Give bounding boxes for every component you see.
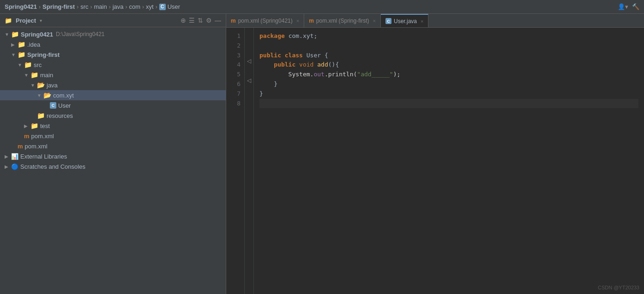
arrow-test: ▶	[24, 123, 30, 129]
breadcrumb-com[interactable]: com	[129, 3, 141, 10]
code-line-6: }	[259, 80, 638, 89]
label-idea: .idea	[27, 41, 40, 48]
gutter-3	[245, 47, 253, 57]
add-icon[interactable]: ⊕	[181, 17, 186, 24]
code-line-8	[259, 99, 638, 109]
tab-close-user-java[interactable]: ×	[421, 18, 423, 24]
folder-idea-icon: 📁	[18, 41, 25, 48]
label-ext-libs: External Libraries	[20, 153, 67, 160]
label-main: main	[40, 72, 53, 79]
tab-label-user-java: User.java	[394, 18, 417, 24]
hammer-icon[interactable]: 🔨	[632, 3, 639, 10]
collapse-icon[interactable]: ⇅	[198, 17, 203, 24]
maven-tab-icon-2: m	[309, 18, 314, 24]
arrow-main: ▼	[24, 73, 30, 78]
arrow-ext-libs: ▶	[5, 154, 11, 159]
minimize-icon[interactable]: —	[215, 17, 221, 24]
tree-item-ext-libs[interactable]: ▶ 📊 External Libraries	[0, 151, 226, 161]
gutter-8	[245, 95, 253, 105]
label-scratches: Scratches and Consoles	[20, 163, 85, 170]
breadcrumb-main[interactable]: main	[94, 3, 107, 10]
breadcrumb-spring-first[interactable]: Spring-first	[42, 3, 75, 10]
sep5: ›	[126, 4, 127, 10]
sidebar-title: Project	[16, 17, 36, 24]
list-icon[interactable]: ☰	[189, 17, 195, 24]
tree-item-main[interactable]: ▼ 📁 main	[0, 70, 226, 80]
profile-icon[interactable]: 👤▾	[618, 3, 628, 10]
tab-close-pom-spring0421[interactable]: ×	[296, 18, 299, 24]
line-num-8: 8	[228, 99, 241, 109]
sidebar-tree: ▼ 📁 Spring0421 D:\Java\Spring0421 ▶ 📁 .i…	[0, 27, 226, 294]
arrow-com-xyt: ▼	[37, 93, 43, 98]
tree-item-user[interactable]: C User	[0, 100, 226, 110]
code-line-1: package com.xyt;	[259, 31, 638, 41]
code-area: 1 2 3 4 5 6 7 8 ◁ ◁ package com.xyt;	[226, 28, 644, 294]
tree-item-test[interactable]: ▶ 📁 test	[0, 121, 226, 131]
line-num-7: 7	[228, 89, 241, 99]
tree-item-src[interactable]: ▼ 📁 src	[0, 60, 226, 70]
folder-java-icon: 📂	[37, 81, 45, 89]
line-num-5: 5	[228, 70, 241, 80]
label-pom-root: pom.xml	[25, 143, 48, 150]
folder-test-icon: 📁	[30, 122, 38, 129]
breadcrumb-xyt[interactable]: xyt	[146, 3, 154, 10]
code-line-3: public class User {	[259, 51, 638, 61]
tree-item-resources[interactable]: 📁 resources	[0, 110, 226, 121]
main-layout: 📁 Project ▾ ⊕ ☰ ⇅ ⚙ — ▼ 📁 Spring0421 D:\…	[0, 14, 644, 294]
tree-item-java[interactable]: ▼ 📂 java	[0, 80, 226, 90]
breadcrumb-java[interactable]: java	[113, 3, 124, 10]
class-breadcrumb-icon: C	[159, 4, 166, 10]
tab-close-pom-spring-first[interactable]: ×	[373, 18, 376, 24]
tab-pom-spring0421[interactable]: m pom.xml (Spring0421) ×	[226, 14, 304, 27]
settings-icon[interactable]: ⚙	[206, 17, 212, 24]
label-java: java	[47, 82, 58, 89]
folder-main-icon: 📁	[30, 71, 38, 79]
breadcrumb-src[interactable]: src	[80, 3, 88, 10]
maven-pom-root-icon: m	[18, 143, 23, 150]
scratches-icon: 🔵	[11, 163, 18, 170]
tab-pom-spring-first[interactable]: m pom.xml (Spring-first) ×	[304, 14, 381, 27]
tree-item-com-xyt[interactable]: ▼ 📂 com.xyt	[0, 90, 226, 100]
maven-tab-icon-1: m	[231, 18, 236, 24]
gutter-7	[245, 86, 253, 95]
ext-libs-icon: 📊	[11, 153, 18, 160]
sep6: ›	[142, 4, 144, 10]
tree-item-scratches[interactable]: ▶ 🔵 Scratches and Consoles	[0, 161, 226, 172]
gutter-5	[245, 66, 253, 76]
label-com-xyt: com.xyt	[53, 92, 74, 99]
class-tab-icon: C	[385, 18, 391, 24]
line-num-1: 1	[228, 31, 241, 41]
label-spring0421: Spring0421	[21, 31, 53, 38]
sep4: ›	[109, 4, 111, 10]
dropdown-arrow[interactable]: ▾	[40, 18, 42, 23]
breadcrumb: Spring0421 › Spring-first › src › main ›…	[5, 3, 180, 10]
tab-bar: m pom.xml (Spring0421) × m pom.xml (Spri…	[226, 14, 644, 28]
arrow-scratches: ▶	[5, 164, 11, 169]
label-spring-first: Spring-first	[27, 51, 60, 58]
code-content[interactable]: package com.xyt; public class User { pub…	[254, 28, 644, 294]
arrow-spring0421: ▼	[5, 32, 11, 37]
gutter-2	[245, 37, 253, 47]
label-pom-sf: pom.xml	[31, 133, 54, 140]
gutter-6: ◁	[245, 76, 253, 86]
path-spring0421: D:\Java\Spring0421	[56, 31, 104, 37]
breadcrumb-spring0421[interactable]: Spring0421	[5, 3, 37, 10]
code-line-4: public void add(){	[259, 60, 638, 70]
tree-item-pom-root[interactable]: m pom.xml	[0, 141, 226, 151]
tree-item-spring0421[interactable]: ▼ 📁 Spring0421 D:\Java\Spring0421	[0, 29, 226, 39]
tree-item-spring-first[interactable]: ▼ 📁 Spring-first	[0, 49, 226, 60]
tab-user-java[interactable]: C User.java ×	[381, 14, 428, 27]
tree-item-pom-sf[interactable]: m pom.xml	[0, 131, 226, 141]
watermark: CSDN @YT20233	[598, 285, 639, 290]
label-user: User	[58, 102, 71, 109]
label-src: src	[34, 61, 42, 68]
folder-resources-icon: 📁	[37, 112, 45, 119]
breadcrumb-user[interactable]: User	[168, 3, 180, 10]
gutter-4: ◁	[245, 56, 253, 66]
top-bar-right: 👤▾ 🔨	[618, 3, 639, 10]
tree-item-idea[interactable]: ▶ 📁 .idea	[0, 39, 226, 49]
top-bar: Spring0421 › Spring-first › src › main ›…	[0, 0, 644, 14]
arrow-java: ▼	[30, 83, 37, 88]
code-gutter: ◁ ◁	[245, 28, 254, 294]
label-resources: resources	[47, 112, 73, 119]
